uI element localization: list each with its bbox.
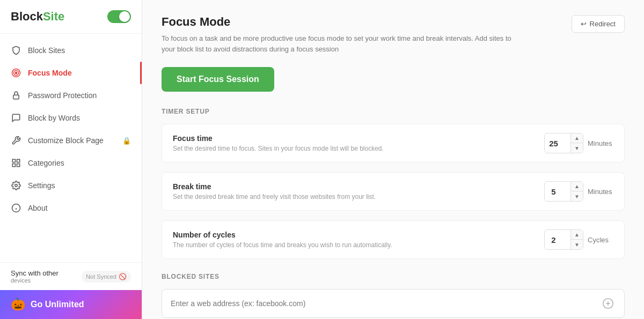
timer-sections: Focus time Set the desired time to focus… [162,124,625,260]
go-unlimited-banner[interactable]: 🎃 Go Unlimited [0,290,142,319]
svg-point-8 [15,184,18,187]
break-time-input-wrap: ▲ ▼ [544,181,583,202]
break-time-info: Break time Set the desired break time an… [173,182,376,201]
break-time-control: ▲ ▼ Minutes [544,181,613,202]
break-time-up-btn[interactable]: ▲ [571,182,583,191]
blocked-site-input[interactable] [171,299,601,308]
sync-icon: 🚫 [119,273,127,280]
focus-time-desc: Set the desired time to focus. Sites in … [173,145,384,152]
cycles-unit: Cycles [588,236,613,244]
sidebar-item-about[interactable]: About [0,197,142,219]
sync-text: Sync with other devices [11,269,58,284]
sidebar-item-customize-block-page[interactable]: Customize Block Page 🔒 [0,129,142,152]
cycles-control: ▲ ▼ Cycles [544,229,613,250]
sidebar-item-label-customize: Customize Block Page [28,136,104,145]
break-time-desc: Set the desired break time and freely vi… [173,193,376,201]
sidebar-item-password-protection[interactable]: Password Protection [0,84,142,107]
tools-icon [11,135,21,146]
break-time-spinners: ▲ ▼ [570,182,583,201]
cycles-title: Number of cycles [173,231,392,239]
sidebar-item-label-about: About [28,204,48,212]
cycles-spinners: ▲ ▼ [570,230,583,249]
sync-status-text: Not Synced [86,273,116,280]
grid-icon [11,158,21,168]
blocked-input-wrap [162,289,625,318]
header-text: Focus Mode To focus on a task and be mor… [162,15,526,54]
focus-time-up-btn[interactable]: ▲ [571,133,583,143]
logo-block: Block [11,10,43,23]
sidebar-item-label-password: Password Protection [28,91,97,100]
svg-rect-3 [13,95,19,99]
break-time-title: Break time [173,182,376,191]
svg-rect-7 [12,164,15,167]
blocked-sites-label: BLOCKED SITES [162,273,625,280]
shield-icon [11,45,21,56]
sidebar-item-block-sites[interactable]: Block Sites [0,39,142,62]
break-time-down-btn[interactable]: ▼ [571,191,583,201]
cycles-down-btn[interactable]: ▼ [571,240,583,249]
cycles-input[interactable] [545,232,570,248]
svg-rect-6 [17,164,20,167]
sidebar-item-settings[interactable]: Settings [0,174,142,197]
go-unlimited-label: Go Unlimited [31,300,84,309]
sidebar: BlockSite Block Sites Focus Mode Passwor… [0,0,142,319]
focus-time-title: Focus time [173,134,384,143]
svg-rect-4 [12,159,15,162]
sidebar-item-focus-mode[interactable]: Focus Mode [0,62,142,84]
svg-rect-5 [17,159,20,162]
sidebar-item-categories[interactable]: Categories [0,152,142,174]
info-icon [11,203,21,213]
gear-icon [11,180,21,191]
timer-setup-label: TIMER SETUP [162,108,625,115]
focus-time-input-wrap: ▲ ▼ [544,133,583,153]
focus-time-input[interactable] [545,136,570,151]
cycles-up-btn[interactable]: ▲ [571,230,583,240]
focus-time-row: Focus time Set the desired time to focus… [162,124,625,162]
focus-time-unit: Minutes [588,139,613,147]
focus-time-info: Focus time Set the desired time to focus… [173,134,384,152]
cycles-desc: The number of cycles of focus time and b… [173,241,392,249]
focus-time-control: ▲ ▼ Minutes [544,133,613,153]
page-description: To focus on a task and be more productiv… [162,33,526,54]
break-time-input[interactable] [545,184,570,199]
focus-time-spinners: ▲ ▼ [570,133,583,153]
sidebar-item-label-focus-mode: Focus Mode [28,69,72,77]
sync-title: Sync with other [11,269,58,277]
page-title: Focus Mode [162,15,526,29]
break-time-row: Break time Set the desired break time an… [162,172,625,211]
logo-site: Site [43,10,64,23]
sidebar-item-label-block-words: Block by Words [28,114,80,122]
cycles-input-wrap: ▲ ▼ [544,229,583,250]
lock-icon [11,90,21,101]
target-icon [11,68,21,78]
cycles-row: Number of cycles The number of cycles of… [162,220,625,259]
svg-point-2 [16,72,17,74]
redirect-label: Redirect [590,20,616,28]
sync-status-badge[interactable]: Not Synced 🚫 [82,271,131,283]
blocked-sites-section: BLOCKED SITES Whitelist mode i [162,273,625,319]
pumpkin-icon: 🎃 [11,298,25,311]
redirect-icon: ↩ [581,20,587,28]
sync-title2: devices [11,277,58,284]
focus-time-down-btn[interactable]: ▼ [571,143,583,153]
sidebar-item-label-block-sites: Block Sites [28,46,65,55]
sidebar-item-label-categories: Categories [28,159,64,167]
break-time-unit: Minutes [588,188,613,196]
app-logo: BlockSite [11,10,64,24]
main-toggle[interactable] [107,10,131,23]
sidebar-header: BlockSite [0,0,142,34]
start-focus-button[interactable]: Start Focus Session [162,67,274,92]
redirect-button[interactable]: ↩ Redirect [572,15,625,33]
sidebar-item-label-settings: Settings [28,181,55,190]
add-site-button[interactable] [601,296,616,311]
main-header: Focus Mode To focus on a task and be mor… [162,15,625,54]
main-content: Focus Mode To focus on a task and be mor… [142,0,644,319]
sync-section: Sync with other devices Not Synced 🚫 [0,262,142,290]
lock-small-icon: 🔒 [122,137,131,145]
chat-icon [11,113,21,123]
cycles-info: Number of cycles The number of cycles of… [173,231,392,249]
sidebar-nav: Block Sites Focus Mode Password Protecti… [0,34,142,262]
sidebar-item-block-by-words[interactable]: Block by Words [0,107,142,129]
